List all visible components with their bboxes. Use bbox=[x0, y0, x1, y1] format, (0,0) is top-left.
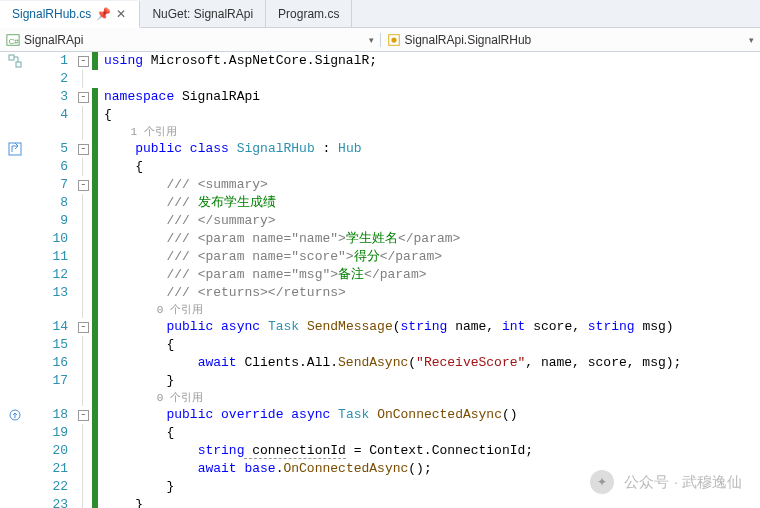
outline-collapse-icon[interactable] bbox=[76, 318, 92, 336]
nav-class-dropdown[interactable]: SignalRApi.SignalRHub ▾ bbox=[381, 33, 761, 47]
nav-class-label: SignalRApi.SignalRHub bbox=[405, 33, 532, 47]
codelens-text[interactable]: 0 个引用 bbox=[157, 304, 203, 316]
code-editor[interactable]: 1 using Microsoft.AspNetCore.SignalR; 2 … bbox=[0, 52, 760, 508]
nav-project-label: SignalRApi bbox=[24, 33, 83, 47]
svg-rect-5 bbox=[16, 62, 21, 67]
svg-point-3 bbox=[391, 37, 396, 42]
tab-nuget[interactable]: NuGet: SignalRApi bbox=[140, 0, 266, 27]
tab-program[interactable]: Program.cs bbox=[266, 0, 352, 27]
implements-marker-icon[interactable] bbox=[4, 140, 26, 158]
outline-collapse-icon[interactable] bbox=[76, 52, 92, 70]
code-line[interactable]: 2 bbox=[4, 70, 760, 88]
tab-signalrhub[interactable]: SignalRHub.cs 📌 ✕ bbox=[0, 1, 140, 28]
nav-project-dropdown[interactable]: C# SignalRApi ▾ bbox=[0, 33, 381, 47]
codelens-row[interactable]: 0 个引用 bbox=[4, 390, 760, 406]
code-line[interactable]: 4 { bbox=[4, 106, 760, 124]
tab-label: NuGet: SignalRApi bbox=[152, 7, 253, 21]
pin-icon[interactable]: 📌 bbox=[97, 8, 109, 20]
outline-collapse-icon[interactable] bbox=[76, 88, 92, 106]
svg-rect-4 bbox=[9, 55, 14, 60]
chevron-down-icon: ▾ bbox=[369, 35, 374, 45]
code-line[interactable]: 1 using Microsoft.AspNetCore.SignalR; bbox=[4, 52, 760, 70]
code-text: using Microsoft.AspNetCore.SignalR; bbox=[98, 52, 760, 70]
codelens-text[interactable]: 1 个引用 bbox=[130, 126, 176, 138]
class-icon bbox=[387, 33, 401, 47]
outline-collapse-icon[interactable] bbox=[76, 176, 92, 194]
chevron-down-icon: ▾ bbox=[749, 35, 754, 45]
close-icon[interactable]: ✕ bbox=[115, 8, 127, 20]
references-marker-icon[interactable] bbox=[4, 52, 26, 70]
svg-text:C#: C# bbox=[9, 36, 20, 45]
code-line[interactable]: 3 namespace SignalRApi bbox=[4, 88, 760, 106]
override-marker-icon[interactable] bbox=[4, 406, 26, 424]
codelens-row[interactable]: 1 个引用 bbox=[4, 124, 760, 140]
tab-label: SignalRHub.cs bbox=[12, 7, 91, 21]
tab-bar: SignalRHub.cs 📌 ✕ NuGet: SignalRApi Prog… bbox=[0, 0, 760, 28]
codelens-text[interactable]: 0 个引用 bbox=[157, 392, 203, 404]
outline-collapse-icon[interactable] bbox=[76, 406, 92, 424]
tab-label: Program.cs bbox=[278, 7, 339, 21]
codelens-row[interactable]: 0 个引用 bbox=[4, 302, 760, 318]
navigation-bar: C# SignalRApi ▾ SignalRApi.SignalRHub ▾ bbox=[0, 28, 760, 52]
outline-collapse-icon[interactable] bbox=[76, 140, 92, 158]
csharp-project-icon: C# bbox=[6, 33, 20, 47]
code-line[interactable]: 5 public class SignalRHub : Hub bbox=[4, 140, 760, 158]
line-number: 1 bbox=[26, 52, 76, 70]
